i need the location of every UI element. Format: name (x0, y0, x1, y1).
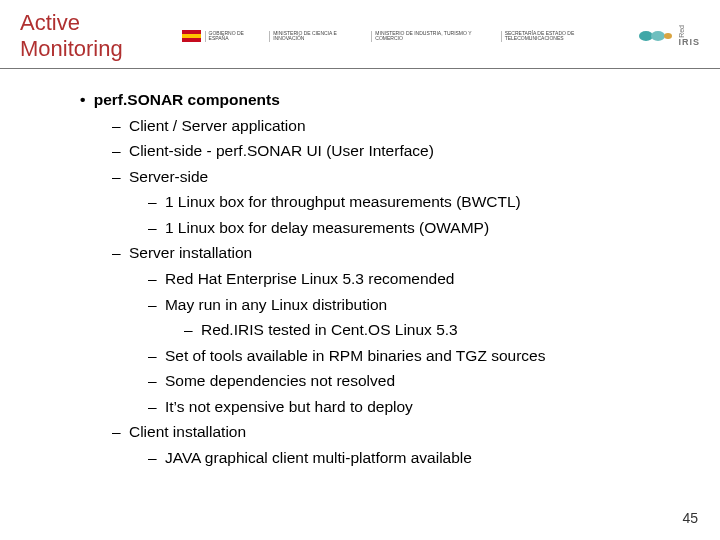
gov-spain-logo: GOBIERNO DE ESPAÑA MINISTERIO DE CIENCIA… (182, 22, 631, 50)
slide-header: Active Monitoring GOBIERNO DE ESPAÑA MIN… (0, 0, 720, 69)
gov-text-1: GOBIERNO DE ESPAÑA (205, 31, 266, 42)
list-item: 1 Linux box for throughput measurements … (136, 189, 680, 215)
list-item: Some dependencies not resolved (136, 368, 680, 394)
list-item: Red.IRIS tested in Cent.OS Linux 5.3 (172, 317, 680, 343)
svg-point-3 (639, 31, 653, 41)
slide-body: perf.SONAR components Client / Server ap… (0, 69, 720, 470)
gov-text-2: MINISTERIO DE CIENCIA E INNOVACIÓN (269, 31, 367, 42)
list-item: Set of tools available in RPM binaries a… (136, 343, 680, 369)
list-item: May run in any Linux distribution Red.IR… (136, 292, 680, 343)
logo-strip: GOBIERNO DE ESPAÑA MINISTERIO DE CIENCIA… (182, 22, 700, 50)
svg-rect-1 (182, 34, 201, 38)
list-item: Server-side 1 Linux box for throughput m… (100, 164, 680, 241)
gov-text-4: SECRETARÍA DE ESTADO DE TELECOMUNICACION… (501, 31, 631, 42)
list-item: Client-side - perf.SONAR UI (User Interf… (100, 138, 680, 164)
iris-text: Red IRIS (678, 25, 700, 48)
page-number: 45 (682, 510, 698, 526)
list-item: Client installation JAVA graphical clien… (100, 419, 680, 470)
iris-dots-icon (638, 26, 672, 46)
spain-crest-icon (182, 26, 201, 46)
svg-point-5 (664, 33, 672, 39)
list-item: Client / Server application (100, 113, 680, 139)
list-item: Server installation Red Hat Enterprise L… (100, 240, 680, 419)
list-item: 1 Linux box for delay measurements (OWAM… (136, 215, 680, 241)
rediris-logo: Red IRIS (638, 22, 700, 50)
svg-point-4 (651, 31, 665, 41)
slide-title: Active Monitoring (20, 10, 182, 62)
list-item: Red Hat Enterprise Linux 5.3 recomended (136, 266, 680, 292)
list-item: It’s not expensive but hard to deploy (136, 394, 680, 420)
bullet-root: perf.SONAR components Client / Server ap… (80, 87, 680, 470)
gov-text-3: MINISTERIO DE INDUSTRIA, TURISMO Y COMER… (371, 31, 496, 42)
svg-rect-0 (182, 30, 201, 34)
svg-rect-2 (182, 38, 201, 42)
list-item: JAVA graphical client multi-platform ava… (136, 445, 680, 471)
